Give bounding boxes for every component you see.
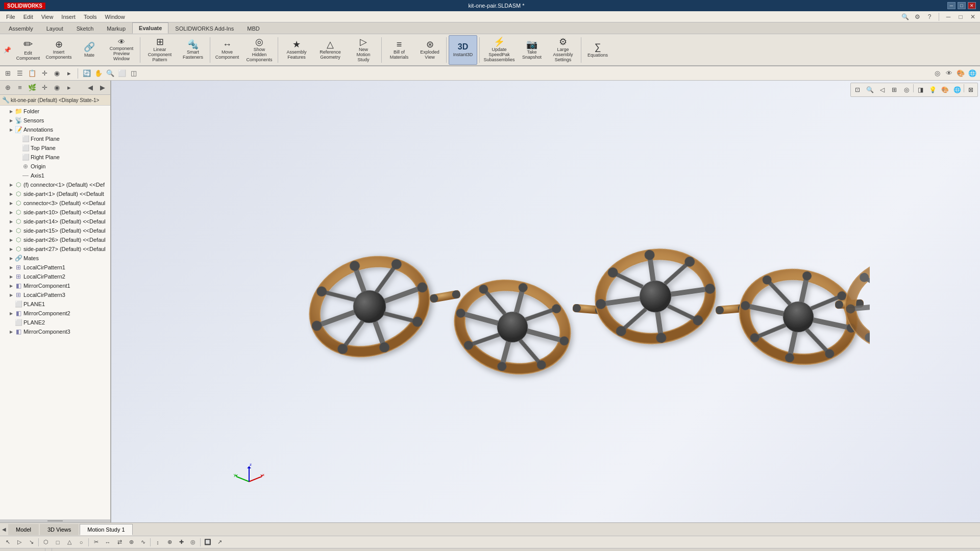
display-manager-btn[interactable]: ◉ (51, 68, 62, 79)
ribbon-restore-btn[interactable]: □ (955, 12, 966, 22)
insert-components-btn[interactable]: ⊕ InsertComponents (44, 35, 74, 65)
tree-item-side-part14[interactable]: ▶ ⬡ side-part<14> (Default) <<Defaul (0, 217, 110, 226)
menu-edit[interactable]: Edit (19, 13, 37, 21)
tree-item-side-part26[interactable]: ▶ ⬡ side-part<26> (Default) <<Defaul (0, 235, 110, 244)
take-snapshot-btn[interactable]: 📷 TakeSnapshot (518, 35, 546, 65)
rectangle-btn[interactable]: □ (52, 537, 63, 547)
panel-resize-handle[interactable] (0, 519, 110, 522)
tree-item-connector3[interactable]: ▶ ⬡ connector<3> (Default) <<Defaul (0, 198, 110, 208)
pin-icon[interactable]: 📌 (4, 46, 11, 54)
property-manager-tab[interactable]: ≡ (14, 82, 26, 93)
tree-item-annotations[interactable]: ▶ 📝 Annotations (0, 125, 110, 134)
minimize-btn[interactable]: ─ (947, 2, 955, 9)
tree-item-localcirpattern3[interactable]: ▶ ⊞ LocalCirPattern3 (0, 290, 110, 299)
tree-item-right-plane[interactable]: ⬜ Right Plane (0, 153, 110, 162)
tab-motion-study-1[interactable]: Motion Study 1 (80, 524, 132, 535)
menu-file[interactable]: File (2, 13, 19, 21)
panel-more-btn[interactable]: ▸ (63, 82, 75, 93)
tree-item-plane1[interactable]: ⬜ PLANE1 (0, 299, 110, 309)
circle-btn[interactable]: ○ (76, 537, 87, 547)
tab-3d-views[interactable]: 3D Views (40, 524, 79, 535)
tree-item-localcirpattern1[interactable]: ▶ ⊞ LocalCirPattern1 (0, 263, 110, 272)
trim-btn[interactable]: ⇄ (114, 537, 125, 547)
display-mode-btn[interactable]: ◨ (915, 84, 926, 95)
tree-item-localcirpattern2[interactable]: ▶ ⊞ LocalCirPattern2 (0, 272, 110, 281)
appearance-btn[interactable]: 🎨 (939, 84, 950, 95)
options-icon[interactable]: ⚙ (912, 12, 922, 22)
mate-btn[interactable]: 🔗 Mate (75, 35, 104, 65)
equations-btn[interactable]: ∑ Equations (583, 35, 612, 65)
display-style-btn[interactable]: ◎ (932, 68, 943, 79)
exploded-view-btn[interactable]: ⊛ ExplodedView (415, 35, 444, 65)
spline-btn[interactable]: ↗ (214, 537, 225, 547)
smart-dim-btn[interactable]: ✂ (90, 537, 102, 547)
dim-expert-tab[interactable]: ✛ (39, 82, 50, 93)
help-icon[interactable]: ? (924, 12, 935, 22)
tree-item-side-part27[interactable]: ▶ ⬡ side-part<27> (Default) <<Defaul (0, 244, 110, 254)
tree-item-connector1[interactable]: ▶ ⬡ (f) connector<1> (Default) <<Def (0, 180, 110, 189)
search-icon[interactable]: 🔍 (900, 12, 910, 22)
smart-fasteners-btn[interactable]: 🔩 SmartFasteners (178, 35, 208, 65)
feature-manager-tab[interactable]: ⊕ (2, 82, 13, 93)
large-assembly-settings-btn[interactable]: ⚙ LargeAssemblySettings (547, 35, 579, 65)
tree-item-mirrorcomponent2[interactable]: ▶ ◧ MirrorComponent2 (0, 309, 110, 318)
sketch-entities-btn[interactable]: ⬡ (40, 537, 52, 547)
component-preview-btn[interactable]: 👁 ComponentPreviewWindow (105, 35, 138, 65)
tree-item-folder[interactable]: ▶ 📁 Folder (0, 107, 110, 116)
panel-right-btn[interactable]: ▶ (97, 82, 108, 93)
tree-item-origin[interactable]: ⊕ Origin (0, 162, 110, 171)
linear-component-pattern-btn[interactable]: ⊞ Linear ComponentPattern (142, 35, 177, 65)
scene-btn[interactable]: 🌐 (967, 68, 978, 79)
pattern-btn[interactable]: ✚ (176, 537, 187, 547)
tab-layout[interactable]: Layout (40, 22, 70, 34)
deselect-btn[interactable]: ↘ (26, 537, 37, 547)
offset-btn[interactable]: ⊕ (164, 537, 175, 547)
tab-mbd[interactable]: MBD (240, 22, 266, 34)
show-hidden-components-btn[interactable]: ◎ ShowHiddenComponents (243, 35, 276, 65)
edit-component-btn[interactable]: ✏ EditComponent (13, 35, 43, 65)
section-view-btn[interactable]: ◫ (128, 68, 139, 79)
rotate-btn[interactable]: 🔄 (81, 68, 92, 79)
tree-item-axis1[interactable]: — Axis1 (0, 171, 110, 180)
more-btn[interactable]: ▸ (63, 68, 75, 79)
tree-item-top-plane[interactable]: ⬜ Top Plane (0, 143, 110, 153)
mirror-btn[interactable]: ↔ (102, 537, 113, 547)
menu-insert[interactable]: Insert (57, 13, 80, 21)
menu-tools[interactable]: Tools (80, 13, 101, 21)
triangle-btn[interactable]: △ (64, 537, 75, 547)
maximize-btn[interactable]: □ (958, 2, 966, 9)
tab-evaluate[interactable]: Evaluate (132, 22, 168, 34)
display-states-tab[interactable]: ◉ (51, 82, 62, 93)
tab-markup[interactable]: Markup (100, 22, 132, 34)
bill-of-materials-btn[interactable]: ≡ Bill ofMaterials (384, 35, 414, 65)
config-manager-btn[interactable]: ✛ (39, 68, 50, 79)
tree-item-side-part1[interactable]: ▶ ⬡ side-part<1> (Default) <<Default (0, 189, 110, 198)
zoom-to-fit-btn[interactable]: ⊡ (852, 84, 863, 95)
tree-item-plane2[interactable]: ⬜ PLANE2 (0, 318, 110, 327)
panel-left-btn[interactable]: ◀ (85, 82, 96, 93)
close-btn[interactable]: ✕ (968, 2, 976, 9)
viewport-expand-btn[interactable]: ⊠ (965, 84, 976, 95)
assembly-features-btn[interactable]: ★ AssemblyFeatures (280, 35, 313, 65)
ribbon-minimize-btn[interactable]: ─ (943, 12, 953, 22)
viewport[interactable]: ⊡ 🔍 ◁ ⊞ ◎ ◨ 💡 🎨 🌐 ⊠ (111, 81, 980, 522)
extend-btn[interactable]: ⊛ (126, 537, 137, 547)
tree-item-mirrorcomponent3[interactable]: ▶ ◧ MirrorComponent3 (0, 327, 110, 336)
move-btn[interactable]: ◎ (187, 537, 199, 547)
zoom-area-btn[interactable]: 🔍 (864, 84, 875, 95)
tree-item-mirrorcomponent1[interactable]: ▶ ◧ MirrorComponent1 (0, 281, 110, 290)
ribbon-close-btn[interactable]: ✕ (968, 12, 978, 22)
menu-window[interactable]: Window (101, 13, 129, 21)
standard-views-btn[interactable]: ⬜ (116, 68, 128, 79)
select-btn[interactable]: ↖ (2, 537, 13, 547)
tab-assembly[interactable]: Assembly (2, 22, 40, 34)
window-controls[interactable]: ─ □ ✕ (947, 2, 976, 9)
instant3d-btn[interactable]: 3D Instant3D (449, 35, 477, 65)
hide-show-btn[interactable]: 👁 (943, 68, 954, 79)
menu-view[interactable]: View (37, 13, 58, 21)
fillet-btn[interactable]: ∿ (137, 537, 149, 547)
tree-item-front-plane[interactable]: ⬜ Front Plane (0, 134, 110, 143)
view-cube-btn[interactable]: ◎ (901, 84, 912, 95)
lighting-btn[interactable]: 💡 (927, 84, 938, 95)
normal-to-btn[interactable]: ⊞ (889, 84, 900, 95)
